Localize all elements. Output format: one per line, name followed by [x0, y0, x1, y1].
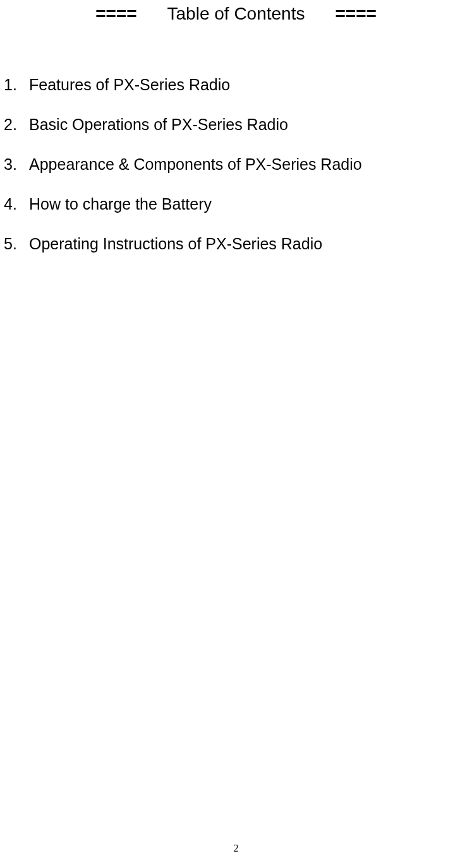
title-decoration-left: ==== [95, 4, 136, 24]
toc-list: 1. Features of PX-Series Radio 2. Basic … [0, 76, 472, 253]
toc-item-text: How to charge the Battery [29, 195, 472, 213]
toc-item: 2. Basic Operations of PX-Series Radio [4, 116, 472, 134]
toc-item-number: 3. [4, 155, 29, 174]
toc-item-text: Appearance & Components of PX-Series Rad… [29, 155, 472, 174]
toc-item-number: 5. [4, 235, 29, 253]
page-number: 2 [0, 843, 472, 854]
toc-item-text: Basic Operations of PX-Series Radio [29, 116, 472, 134]
title-text: Table of Contents [167, 4, 305, 24]
toc-item-number: 2. [4, 116, 29, 134]
toc-item: 3. Appearance & Components of PX-Series … [4, 155, 472, 174]
toc-item-text: Operating Instructions of PX-Series Radi… [29, 235, 472, 253]
title-row: ==== Table of Contents ==== [0, 0, 472, 24]
toc-item-number: 1. [4, 76, 29, 94]
toc-item-text: Features of PX-Series Radio [29, 76, 472, 94]
toc-item: 1. Features of PX-Series Radio [4, 76, 472, 94]
toc-item: 4. How to charge the Battery [4, 195, 472, 213]
toc-item: 5. Operating Instructions of PX-Series R… [4, 235, 472, 253]
title-decoration-right: ==== [335, 4, 376, 24]
toc-item-number: 4. [4, 195, 29, 213]
